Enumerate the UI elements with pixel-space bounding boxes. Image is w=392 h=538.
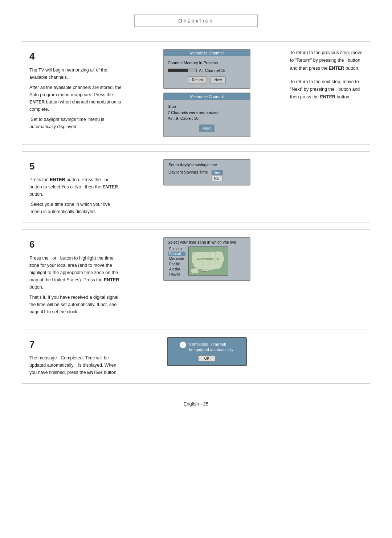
step5-para1: Press the ENTER button. Press the or but…	[29, 176, 124, 198]
step4-text: 4 The TV will begin memorizing all of th…	[29, 49, 124, 130]
screen1-buttons: Return Next	[168, 76, 246, 84]
svg-marker-1	[192, 251, 224, 270]
screen1-title: Memorize Channel	[164, 50, 250, 56]
screen1-line1: Channel Memory in Process	[168, 60, 246, 66]
tz-eastern[interactable]: Eastern	[168, 246, 185, 251]
step7-text: 7 The message Completed. Time will be up…	[29, 337, 124, 376]
step4-screen2: Memorize Channel Stop 7 Channels were me…	[163, 93, 250, 137]
section-7: 7 The message Completed. Time will be up…	[22, 330, 370, 384]
tz-pacific[interactable]: Pacific	[168, 262, 185, 266]
screen1-body: Channel Memory in Process Air Channel 15…	[164, 58, 250, 85]
screen2-line1: Stop	[168, 103, 246, 110]
header-title: Operation	[178, 18, 213, 24]
step7-number: 7	[29, 337, 124, 352]
dst-title: Set to daylight savings time	[168, 163, 245, 167]
step4-screen1: Memorize Channel Channel Memory in Proce…	[163, 49, 250, 89]
svg-text:Eastern: Eastern	[197, 258, 204, 260]
return-btn[interactable]: Return	[188, 76, 207, 84]
step5-screen-area: Set to daylight savings time Daylight Sa…	[131, 159, 283, 186]
svg-marker-2	[191, 268, 199, 274]
svg-text:Hawaii: Hawaii	[202, 270, 207, 273]
completed-msg: i Completed. Time will be updated automa…	[180, 342, 234, 353]
step7-screen-area: i Completed. Time will be updated automa…	[131, 337, 283, 366]
tz-title: Select your time zone in which you live.	[168, 240, 246, 244]
step6-text: 6 Press the or button to highlight the t…	[29, 237, 124, 315]
dst-options: Yes No	[212, 170, 222, 181]
step4-para2: After all the available channels are sto…	[29, 84, 124, 113]
step6-screen-area: Select your time zone in which you live.…	[131, 237, 283, 281]
progress-bar	[168, 69, 197, 72]
dst-no[interactable]: No	[212, 176, 222, 181]
step4-right-para2: To return to the next step, move to "Nex…	[290, 78, 363, 101]
tz-body: Eastern Central Mountain Pacific Alaska …	[168, 246, 246, 277]
step4-bold1: ENTER	[29, 99, 45, 105]
svg-text:Pac: Pac	[216, 258, 219, 260]
step4-para1: The TV will begin memorizing all of the …	[29, 66, 124, 81]
step4-para3: Set to daylight savings time menu is aut…	[29, 116, 124, 130]
step5-screen: Set to daylight savings time Daylight Sa…	[163, 159, 250, 186]
tz-list: Eastern Central Mountain Pacific Alaska …	[168, 246, 185, 277]
step4-number: 4	[29, 49, 124, 64]
step4-screens: Memorize Channel Channel Memory in Proce…	[131, 49, 283, 137]
tz-map-svg: Eastern Central Mtn Pac Hawaii	[189, 247, 228, 276]
screen2-next-btn[interactable]: Next	[199, 125, 215, 132]
step6-para1: Press the or button to highlight the tim…	[29, 254, 124, 291]
screen1-channel: Air Channel 15	[199, 68, 225, 74]
screen2-line2: 7 Channels were memorized	[168, 110, 246, 116]
screen2-line3: Air : 9, Cable : 30	[168, 115, 246, 122]
footer-text: English - 25	[184, 401, 209, 407]
next-btn[interactable]: Next	[211, 76, 226, 84]
page-header: Operation	[134, 15, 258, 27]
step5-text: 5 Press the ENTER button. Press the or b…	[29, 159, 124, 216]
tz-central[interactable]: Central	[168, 252, 185, 256]
step7-para1: The message Completed. Time will be upda…	[29, 354, 124, 376]
svg-text:Mtn: Mtn	[211, 258, 214, 260]
screen2-title: Memorize Channel	[164, 93, 250, 100]
section-5: 5 Press the ENTER button. Press the or b…	[22, 151, 370, 223]
ok-button[interactable]: OK	[198, 355, 216, 362]
section-4: 4 The TV will begin memorizing all of th…	[22, 41, 370, 145]
tz-alaska[interactable]: Alaska	[168, 267, 185, 272]
step4-right-para1: To return to the previous step, move to …	[290, 49, 363, 72]
completed-line2: be updated automatically.	[189, 347, 234, 352]
step6-para2: That's it. If you have received a digita…	[29, 294, 124, 315]
info-icon: i	[180, 342, 186, 348]
tz-mountain[interactable]: Mountain	[168, 257, 185, 261]
completed-line1: Completed. Time will	[189, 342, 234, 347]
screen1-progress-row: Air Channel 15	[168, 68, 246, 74]
completed-text: Completed. Time will be updated automati…	[189, 342, 234, 353]
step4-right: To return to the previous step, move to …	[290, 49, 363, 101]
step6-number: 6	[29, 237, 124, 252]
step5-para2: Select your time zone in which your live…	[29, 201, 124, 215]
section-6: 6 Press the or button to highlight the t…	[22, 229, 370, 323]
step5-number: 5	[29, 159, 124, 174]
step7-screen: i Completed. Time will be updated automa…	[167, 337, 247, 366]
dst-label: Daylight Savings Time	[168, 170, 208, 174]
tz-map: Eastern Central Mtn Pac Hawaii	[188, 246, 228, 276]
screen2-buttons: Next	[168, 125, 246, 132]
step6-screen: Select your time zone in which you live.…	[163, 237, 250, 281]
main-content: 4 The TV will begin memorizing all of th…	[22, 41, 370, 390]
screen2-body: Stop 7 Channels were memorized Air : 9, …	[164, 102, 250, 134]
dst-yes[interactable]: Yes	[212, 170, 222, 175]
dst-row: Daylight Savings Time Yes No	[168, 170, 245, 181]
tz-hawaii[interactable]: Hawaii	[168, 272, 185, 277]
page-footer: English - 25	[22, 401, 370, 407]
